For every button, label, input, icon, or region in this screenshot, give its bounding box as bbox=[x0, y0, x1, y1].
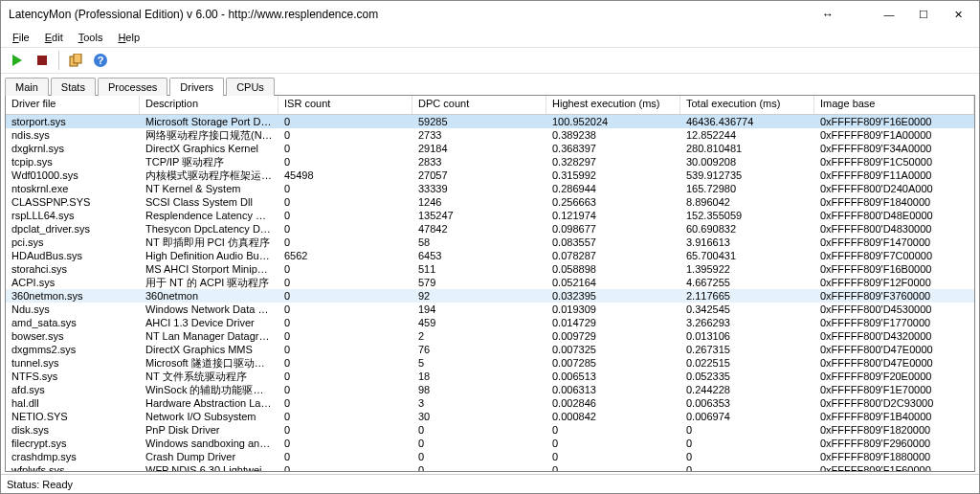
tab-cpus[interactable]: CPUs bbox=[226, 78, 275, 96]
cell: 0xFFFFF809'F1F60000 bbox=[814, 463, 974, 471]
table-row[interactable]: HDAudBus.sysHigh Definition Audio Bus Dr… bbox=[6, 249, 974, 262]
cell: 0 bbox=[680, 450, 814, 463]
col-driver-file[interactable]: Driver file bbox=[6, 96, 140, 114]
table-row[interactable]: crashdmp.sysCrash Dump Driver00000xFFFFF… bbox=[6, 450, 974, 463]
col-highest-exec[interactable]: Highest execution (ms) bbox=[546, 96, 680, 114]
table-row[interactable]: Wdf01000.sys内核模式驱动程序框架运行时45498270570.315… bbox=[6, 168, 974, 182]
cell: 194 bbox=[412, 303, 546, 316]
cell: 0 bbox=[412, 423, 546, 437]
cell: 29184 bbox=[412, 142, 546, 155]
col-isr-count[interactable]: ISR count bbox=[278, 96, 412, 114]
cell: HDAudBus.sys bbox=[6, 249, 140, 262]
table-row[interactable]: filecrypt.sysWindows sandboxing and encr… bbox=[6, 437, 974, 450]
cell: 0xFFFFF800'D2C93000 bbox=[814, 396, 974, 410]
cell: 3 bbox=[412, 396, 546, 410]
table-row[interactable]: storport.sysMicrosoft Storage Port Drive… bbox=[6, 115, 974, 128]
tab-main[interactable]: Main bbox=[5, 78, 49, 96]
cell: SCSI Class System Dll bbox=[140, 195, 278, 209]
grid-body[interactable]: storport.sysMicrosoft Storage Port Drive… bbox=[6, 115, 974, 471]
titlebar[interactable]: LatencyMon (Professional Edition) v 6.00… bbox=[1, 1, 979, 28]
col-image-base[interactable]: Image base bbox=[814, 96, 974, 114]
cell: NT Kernel & System bbox=[140, 182, 278, 195]
cell: DirectX Graphics Kernel bbox=[140, 142, 278, 155]
toolbar-separator bbox=[58, 51, 59, 70]
table-row[interactable]: tunnel.sysMicrosoft 隧道接口驱动程序050.0072850.… bbox=[6, 356, 974, 370]
play-button[interactable] bbox=[7, 50, 28, 71]
close-button[interactable]: ✕ bbox=[941, 3, 975, 26]
table-row[interactable]: hal.dllHardware Abstraction Layer DLL030… bbox=[6, 396, 974, 410]
cell: 0 bbox=[278, 383, 412, 396]
menu-file[interactable]: File bbox=[7, 30, 35, 45]
cell: 579 bbox=[412, 276, 546, 289]
cell: 4.667255 bbox=[680, 276, 814, 289]
cell: 0.002846 bbox=[546, 396, 680, 410]
cell: 0 bbox=[278, 276, 412, 289]
cell: 539.912735 bbox=[680, 168, 814, 182]
table-row[interactable]: dxgmms2.sysDirectX Graphics MMS0760.0073… bbox=[6, 343, 974, 356]
cell: 0.368397 bbox=[546, 142, 680, 155]
cell: 0 bbox=[278, 128, 412, 142]
cell: 30.009208 bbox=[680, 155, 814, 168]
restore-down-icon[interactable]: ↔ bbox=[822, 8, 834, 21]
tab-stats[interactable]: Stats bbox=[51, 78, 96, 96]
table-row[interactable]: bowser.sysNT Lan Manager Datagram Receiv… bbox=[6, 329, 974, 343]
col-dpc-count[interactable]: DPC count bbox=[412, 96, 546, 114]
cell: TCP/IP 驱动程序 bbox=[140, 155, 278, 168]
cell: 0xFFFFF809'F11A0000 bbox=[814, 168, 974, 182]
cell: Network I/O Subsystem bbox=[140, 410, 278, 423]
table-row[interactable]: afd.sysWinSock 的辅助功能驱动程序0980.0063130.244… bbox=[6, 383, 974, 396]
cell: tcpip.sys bbox=[6, 155, 140, 168]
tab-drivers[interactable]: Drivers bbox=[169, 78, 224, 96]
col-description[interactable]: Description bbox=[140, 96, 278, 114]
cell: 0.019309 bbox=[546, 303, 680, 316]
cell: NT 即插即用 PCI 仿真程序 bbox=[140, 236, 278, 249]
menu-help[interactable]: Help bbox=[112, 30, 145, 45]
table-row[interactable]: CLASSPNP.SYSSCSI Class System Dll012460.… bbox=[6, 195, 974, 209]
table-row[interactable]: NETIO.SYSNetwork I/O Subsystem0300.00084… bbox=[6, 410, 974, 423]
table-row[interactable]: 360netmon.sys360netmon0920.0323952.11766… bbox=[6, 289, 974, 303]
cell: 0.006513 bbox=[546, 370, 680, 383]
cell: 0xFFFFF809'F1E70000 bbox=[814, 383, 974, 396]
menu-edit[interactable]: Edit bbox=[39, 30, 69, 45]
cell: 0xFFFFF809'F1880000 bbox=[814, 450, 974, 463]
cell: 0xFFFFF800'D4320000 bbox=[814, 329, 974, 343]
cell: 0xFFFFF800'D4530000 bbox=[814, 303, 974, 316]
cell: NT 文件系统驱动程序 bbox=[140, 370, 278, 383]
cell: 0xFFFFF809'F20E0000 bbox=[814, 370, 974, 383]
cell: pci.sys bbox=[6, 236, 140, 249]
table-row[interactable]: tcpip.sysTCP/IP 驱动程序028330.32829730.0092… bbox=[6, 155, 974, 168]
tab-processes[interactable]: Processes bbox=[98, 78, 167, 96]
table-row[interactable]: wfplwfs.sysWFP NDIS 6.30 Lightweight Fil… bbox=[6, 463, 974, 471]
minimize-button[interactable]: — bbox=[872, 3, 906, 26]
stop-button[interactable] bbox=[32, 50, 53, 71]
maximize-button[interactable]: ☐ bbox=[906, 3, 941, 26]
cell: 0xFFFFF809'F16E0000 bbox=[814, 115, 974, 128]
table-row[interactable]: dpclat_driver.sysThesycon DpcLatency Dri… bbox=[6, 222, 974, 236]
cell: dxgkrnl.sys bbox=[6, 142, 140, 155]
cell: NT Lan Manager Datagram Receiver... bbox=[140, 329, 278, 343]
cell: 0.328297 bbox=[546, 155, 680, 168]
cell: 0.052164 bbox=[546, 276, 680, 289]
table-row[interactable]: dxgkrnl.sysDirectX Graphics Kernel029184… bbox=[6, 142, 974, 155]
cell: filecrypt.sys bbox=[6, 437, 140, 450]
table-row[interactable]: Ndu.sysWindows Network Data Usage Monit.… bbox=[6, 303, 974, 316]
window-title: LatencyMon (Professional Edition) v 6.00… bbox=[9, 8, 822, 21]
table-row[interactable]: amd_sata.sysAHCI 1.3 Device Driver04590.… bbox=[6, 316, 974, 329]
cell: CLASSPNP.SYS bbox=[6, 195, 140, 209]
table-row[interactable]: disk.sysPnP Disk Driver00000xFFFFF809'F1… bbox=[6, 423, 974, 437]
cell: Windows Network Data Usage Monit... bbox=[140, 303, 278, 316]
copy-button[interactable] bbox=[65, 50, 86, 71]
table-row[interactable]: NTFS.sysNT 文件系统驱动程序0180.0065130.0523350x… bbox=[6, 370, 974, 383]
menu-tools[interactable]: Tools bbox=[73, 30, 109, 45]
table-row[interactable]: ndis.sys网络驱动程序接口规范(NDIS)027330.38923812.… bbox=[6, 128, 974, 142]
help-button[interactable]: ? bbox=[90, 50, 111, 71]
col-total-exec[interactable]: Total execution (ms) bbox=[680, 96, 814, 114]
cell: 0 bbox=[278, 262, 412, 276]
table-row[interactable]: pci.sysNT 即插即用 PCI 仿真程序0580.0835573.9166… bbox=[6, 236, 974, 249]
table-row[interactable]: storahci.sysMS AHCI Storport Miniport Dr… bbox=[6, 262, 974, 276]
cell: 360netmon bbox=[140, 289, 278, 303]
table-row[interactable]: rspLLL64.sysResplendence Latency Monitor… bbox=[6, 209, 974, 222]
table-row[interactable]: ACPI.sys用于 NT 的 ACPI 驱动程序05790.0521644.6… bbox=[6, 276, 974, 289]
cell: 0.006974 bbox=[680, 410, 814, 423]
table-row[interactable]: ntoskrnl.exeNT Kernel & System0333390.28… bbox=[6, 182, 974, 195]
